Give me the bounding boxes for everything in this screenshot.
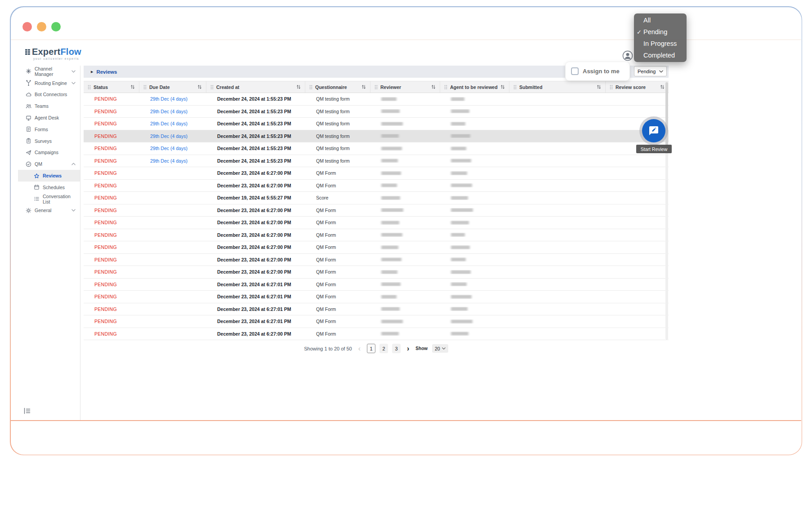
table-row[interactable]: PENDING29th Dec (4 days)December 24, 202… xyxy=(84,155,669,168)
drag-handle-icon[interactable] xyxy=(610,85,613,89)
show-label: Show xyxy=(415,346,428,351)
questionnaire-cell: QM Form xyxy=(305,331,370,337)
drag-handle-icon[interactable] xyxy=(444,85,447,89)
table-row[interactable]: PENDINGDecember 19, 2024 at 5:55:27 PMSc… xyxy=(84,192,669,204)
table-row[interactable]: PENDINGDecember 23, 2024 at 6:27:00 PMQM… xyxy=(84,254,669,266)
drag-handle-icon[interactable] xyxy=(143,85,147,89)
status-filter-select[interactable]: Pending xyxy=(634,66,667,76)
table-row[interactable]: PENDINGDecember 23, 2024 at 6:27:00 PMQM… xyxy=(84,229,669,242)
agent-cell xyxy=(440,208,509,212)
table-row[interactable]: PENDINGDecember 23, 2024 at 6:27:00 PMQM… xyxy=(84,180,669,192)
minimize-window-button[interactable] xyxy=(37,22,46,31)
sidebar-item-forms[interactable]: Forms xyxy=(18,124,80,135)
questionnaire-cell: QM Form xyxy=(305,183,370,188)
sort-icon[interactable] xyxy=(500,84,505,89)
sidebar-item-teams[interactable]: Teams xyxy=(18,100,80,112)
close-window-button[interactable] xyxy=(22,22,32,31)
table-row[interactable]: PENDINGDecember 23, 2024 at 6:27:00 PMQM… xyxy=(84,241,669,254)
due-date-cell[interactable]: 29th Dec (4 days) xyxy=(139,109,206,114)
maximize-window-button[interactable] xyxy=(51,22,61,31)
due-date-cell[interactable]: 29th Dec (4 days) xyxy=(139,158,206,164)
sidebar-collapse-icon[interactable] xyxy=(23,407,31,415)
redacted-agent xyxy=(451,270,471,274)
drag-handle-icon[interactable] xyxy=(210,85,214,89)
sort-icon[interactable] xyxy=(197,84,202,89)
column-header-questionnaire[interactable]: Questionnaire xyxy=(305,81,370,93)
sidebar-item-channel-manager[interactable]: Channel Manager xyxy=(18,66,80,77)
scrollbar-thumb[interactable] xyxy=(665,82,668,145)
reviewer-cell xyxy=(370,282,440,286)
sidebar-item-routing-engine[interactable]: Routing Engine xyxy=(18,77,80,89)
column-header-created-at[interactable]: Created at xyxy=(206,81,305,93)
sort-icon[interactable] xyxy=(660,84,665,89)
due-date-cell[interactable]: 29th Dec (4 days) xyxy=(139,96,206,102)
agent-cell xyxy=(440,171,509,175)
sidebar-item-schedules[interactable]: Schedules xyxy=(18,182,80,193)
table-row[interactable]: PENDING29th Dec (4 days)December 24, 202… xyxy=(84,93,669,106)
due-date-cell[interactable]: 29th Dec (4 days) xyxy=(139,121,206,126)
redacted-reviewer xyxy=(381,257,402,262)
page-button-2[interactable]: 2 xyxy=(379,344,388,353)
table-row[interactable]: PENDINGDecember 23, 2024 at 6:27:01 PMQM… xyxy=(84,303,669,316)
page-button-1[interactable]: 1 xyxy=(367,344,375,353)
status-cell: PENDING xyxy=(84,133,139,139)
sort-icon[interactable] xyxy=(361,84,366,89)
conversation-list-icon xyxy=(34,196,40,202)
due-date-cell[interactable]: 29th Dec (4 days) xyxy=(139,146,206,151)
sidebar-item-bot-connectors[interactable]: Bot Connectors xyxy=(18,89,80,101)
column-header-status[interactable]: Status xyxy=(84,81,139,93)
breadcrumb-label[interactable]: Reviews xyxy=(96,69,117,75)
reviewer-cell xyxy=(370,257,440,262)
questionnaire-cell: Score xyxy=(305,195,370,200)
reviewer-cell xyxy=(370,332,440,336)
column-header-submitted[interactable]: Submitted xyxy=(509,81,606,93)
page-button-3[interactable]: 3 xyxy=(392,344,401,353)
sidebar-item-conversation-list[interactable]: Conversation List xyxy=(18,193,80,205)
due-date-cell[interactable]: 29th Dec (4 days) xyxy=(139,133,206,139)
start-review-button[interactable] xyxy=(642,119,665,142)
qm-icon xyxy=(26,161,31,167)
sidebar-item-surveys[interactable]: Surveys xyxy=(18,135,80,147)
sidebar-item-agent-desk[interactable]: Agent Desk xyxy=(18,112,80,124)
column-header-agent-to-be-reviewed[interactable]: Agent to be reviewed xyxy=(440,81,509,93)
column-header-due-date[interactable]: Due Date xyxy=(139,81,206,93)
table-row[interactable]: PENDINGDecember 23, 2024 at 6:27:01 PMQM… xyxy=(84,315,669,328)
table-row[interactable]: PENDING29th Dec (4 days)December 24, 202… xyxy=(84,130,669,143)
table-row[interactable]: PENDING29th Dec (4 days)December 24, 202… xyxy=(84,106,669,118)
table-row[interactable]: PENDINGDecember 23, 2024 at 6:27:01 PMQM… xyxy=(84,291,669,303)
sort-icon[interactable] xyxy=(431,84,436,89)
table-row[interactable]: PENDINGDecember 23, 2024 at 6:27:00 PMQM… xyxy=(84,217,669,229)
drag-handle-icon[interactable] xyxy=(513,85,517,89)
table-scrollbar[interactable] xyxy=(665,81,668,340)
agent-cell xyxy=(440,233,509,237)
next-page-button[interactable]: › xyxy=(405,345,411,352)
status-cell: PENDING xyxy=(84,282,139,287)
column-header-reviewer[interactable]: Reviewer xyxy=(370,81,440,93)
drag-handle-icon[interactable] xyxy=(88,85,91,89)
drag-handle-icon[interactable] xyxy=(375,85,378,89)
filter-option-all[interactable]: All xyxy=(634,14,687,26)
table-row[interactable]: PENDINGDecember 23, 2024 at 6:27:00 PMQM… xyxy=(84,167,669,180)
user-avatar[interactable] xyxy=(622,50,633,61)
sort-icon[interactable] xyxy=(597,84,601,89)
filter-option-completed[interactable]: Completed xyxy=(634,49,687,61)
assign-to-me-checkbox[interactable] xyxy=(571,67,579,75)
sidebar-item-qm[interactable]: QM xyxy=(18,158,80,170)
table-row[interactable]: PENDINGDecember 23, 2024 at 6:27:00 PMQM… xyxy=(84,328,669,341)
table-row[interactable]: PENDINGDecember 23, 2024 at 6:27:00 PMQM… xyxy=(84,204,669,217)
previous-page-button[interactable]: ‹ xyxy=(357,345,362,352)
filter-option-pending[interactable]: ✓Pending xyxy=(634,26,687,38)
sort-icon[interactable] xyxy=(296,84,301,89)
table-row[interactable]: PENDINGDecember 23, 2024 at 6:27:01 PMQM… xyxy=(84,279,669,291)
drag-handle-icon[interactable] xyxy=(309,85,312,89)
table-row[interactable]: PENDING29th Dec (4 days)December 24, 202… xyxy=(84,118,669,130)
table-row[interactable]: PENDING29th Dec (4 days)December 24, 202… xyxy=(84,142,669,155)
page-size-select[interactable]: 20 xyxy=(432,344,448,353)
column-header-review-score[interactable]: Review score xyxy=(606,81,669,93)
sidebar-item-campaigns[interactable]: Campaigns xyxy=(18,147,80,159)
table-row[interactable]: PENDINGDecember 23, 2024 at 6:27:00 PMQM… xyxy=(84,266,669,279)
sidebar-item-reviews[interactable]: Reviews xyxy=(18,170,80,182)
filter-option-in-progress[interactable]: In Progress xyxy=(634,38,687,49)
sidebar-item-general[interactable]: General xyxy=(18,205,80,217)
sort-icon[interactable] xyxy=(130,84,135,89)
